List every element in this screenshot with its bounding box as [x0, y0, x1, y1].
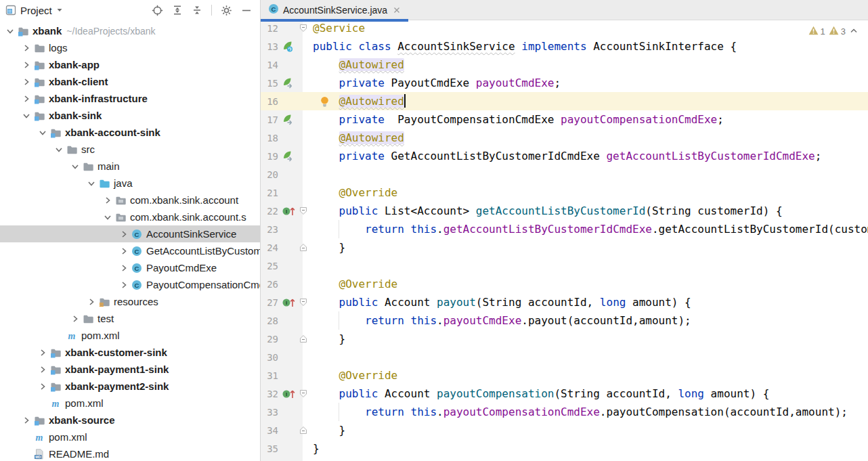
- code-line-31[interactable]: @Override: [313, 366, 868, 385]
- chevron-up-icon[interactable]: [849, 26, 859, 37]
- chevron-down-icon[interactable]: [51, 144, 66, 155]
- tree-row-xbank[interactable]: xbank~/IdeaProjects/xbank: [0, 22, 260, 39]
- chevron-right-icon[interactable]: [68, 313, 83, 324]
- code-lines[interactable]: @Servicepublic class AccountSinkService …: [313, 19, 868, 458]
- code-line-24[interactable]: }: [313, 238, 868, 257]
- spring-bean-icon[interactable]: [282, 41, 298, 52]
- chevron-down-icon[interactable]: [19, 110, 34, 121]
- fold-marker-icon[interactable]: [299, 24, 309, 32]
- code-line-29[interactable]: }: [313, 330, 868, 348]
- code-line-28[interactable]: return this.payoutCmdExe.payout(accountI…: [313, 311, 868, 330]
- chevron-right-icon[interactable]: [19, 60, 34, 70]
- chevron-down-icon[interactable]: [100, 212, 115, 223]
- tree-row-xbank-sink[interactable]: xbank-sink: [0, 107, 260, 124]
- chevron-down-icon[interactable]: [35, 127, 50, 138]
- inspection-warning[interactable]: 3: [829, 26, 846, 37]
- fold-marker-icon[interactable]: [299, 206, 309, 215]
- fold-marker-icon[interactable]: [299, 426, 309, 435]
- inspections-widget[interactable]: 13: [808, 26, 859, 37]
- tab-account-sink-service[interactable]: C AccountSinkService.java: [261, 0, 408, 20]
- tree-row-resources[interactable]: resources: [0, 293, 260, 310]
- code-area[interactable]: 1213141516171819202122I2324252627I282930…: [261, 19, 868, 461]
- chevron-right-icon[interactable]: [35, 364, 50, 375]
- chevron-right-icon[interactable]: [84, 297, 99, 307]
- code-line-18[interactable]: @Autowired: [313, 129, 868, 147]
- chevron-right-icon[interactable]: [35, 347, 50, 358]
- tree-row-xbank-payment2-sink[interactable]: xbank-payment2-sink: [0, 378, 260, 395]
- code-line-26[interactable]: @Override: [313, 275, 868, 293]
- tree-row-java[interactable]: java: [0, 175, 260, 192]
- code-line-25[interactable]: [313, 257, 868, 275]
- tree-row-pom-xml[interactable]: mpom.xml: [0, 395, 260, 412]
- fold-marker-icon[interactable]: [299, 334, 309, 343]
- tree-row-payoutcmdexe[interactable]: CPayoutCmdExe: [0, 259, 260, 276]
- spring-autowired-icon[interactable]: [282, 114, 298, 125]
- code-line-23[interactable]: return this.getAccountListByCustomerIdCm…: [313, 220, 868, 238]
- code-line-19[interactable]: private GetAccountListByCustomerIdCmdExe…: [313, 147, 868, 165]
- close-icon[interactable]: [393, 6, 401, 14]
- spring-autowired-icon[interactable]: [282, 77, 298, 89]
- caret-down-icon[interactable]: [56, 7, 63, 14]
- implementing-method-icon[interactable]: I: [282, 389, 298, 399]
- tree-row-pom-xml[interactable]: mpom.xml: [0, 327, 260, 344]
- code-line-21[interactable]: @Override: [313, 183, 868, 202]
- tree-row-pom-xml[interactable]: mpom.xml: [0, 429, 260, 445]
- chevron-down-icon[interactable]: [68, 161, 83, 172]
- tree-row-test[interactable]: test: [0, 310, 260, 327]
- code-line-12[interactable]: @Service: [313, 19, 868, 37]
- code-line-30[interactable]: [313, 348, 868, 366]
- code-line-35[interactable]: }: [313, 439, 868, 458]
- project-panel-title[interactable]: Project: [20, 5, 52, 16]
- code-line-13[interactable]: public class AccountSinkService implemen…: [313, 37, 868, 56]
- tree-row-xbank-source[interactable]: xbank-source: [0, 412, 260, 429]
- tree-row-xbank-customer-sink[interactable]: xbank-customer-sink: [0, 344, 260, 361]
- settings-icon[interactable]: [221, 5, 232, 16]
- project-tool-icon[interactable]: [5, 5, 16, 16]
- chevron-right-icon[interactable]: [116, 263, 131, 273]
- chevron-right-icon[interactable]: [19, 415, 34, 426]
- tree-row-com-xbank-sink-account-s[interactable]: com.xbank.sink.account.s: [0, 208, 260, 225]
- code-line-20[interactable]: [313, 165, 868, 183]
- intention-bulb-icon[interactable]: [320, 96, 330, 110]
- inspection-warning[interactable]: 1: [808, 26, 825, 37]
- tree-row-readme-md[interactable]: MDREADME.md: [0, 445, 260, 461]
- tree-row-payoutcompensationcmdexe[interactable]: CPayoutCompensationCmdExe: [0, 276, 260, 293]
- tree-row-main[interactable]: main: [0, 158, 260, 175]
- chevron-right-icon[interactable]: [100, 195, 115, 206]
- chevron-down-icon[interactable]: [3, 26, 18, 37]
- tree-row-getaccountlistbycustomeridcmdexe[interactable]: CGetAccountListByCustomerIdCmdExe: [0, 242, 260, 259]
- code-line-34[interactable]: }: [313, 421, 868, 439]
- chevron-right-icon[interactable]: [116, 229, 131, 240]
- tree-row-src[interactable]: src: [0, 141, 260, 158]
- chevron-right-icon[interactable]: [116, 246, 131, 257]
- code-line-14[interactable]: @Autowired: [313, 56, 868, 74]
- chevron-down-icon[interactable]: [84, 178, 99, 189]
- fold-marker-icon[interactable]: [299, 243, 309, 252]
- fold-marker-icon[interactable]: [299, 389, 309, 398]
- chevron-right-icon[interactable]: [35, 381, 50, 392]
- tree-row-xbank-account-sink[interactable]: xbank-account-sink: [0, 124, 260, 141]
- chevron-right-icon[interactable]: [19, 76, 34, 87]
- code-line-17[interactable]: private PayoutCompensationCmdExe payoutC…: [313, 110, 868, 129]
- code-line-16[interactable]: @Autowired: [313, 92, 868, 110]
- chevron-right-icon[interactable]: [116, 280, 131, 290]
- implementing-method-icon[interactable]: I: [282, 206, 298, 217]
- spring-autowired-icon[interactable]: [282, 150, 298, 162]
- hide-icon[interactable]: [241, 5, 252, 16]
- code-line-15[interactable]: private PayoutCmdExe payoutCmdExe;: [313, 74, 868, 92]
- chevron-right-icon[interactable]: [19, 43, 34, 53]
- code-line-22[interactable]: public List<Account> getAccountListByCus…: [313, 202, 868, 220]
- code-line-32[interactable]: public Account payoutCompensation(String…: [313, 385, 868, 403]
- tree-row-xbank-app[interactable]: xbank-app: [0, 56, 260, 73]
- tree-row-com-xbank-sink-account[interactable]: com.xbank.sink.account: [0, 192, 260, 208]
- tree-row-xbank-client[interactable]: xbank-client: [0, 73, 260, 90]
- collapse-all-icon[interactable]: [192, 5, 202, 16]
- code-line-27[interactable]: public Account payout(String accountId, …: [313, 293, 868, 311]
- fold-marker-icon[interactable]: [299, 298, 309, 307]
- tree-row-xbank-infrastructure[interactable]: xbank-infrastructure: [0, 90, 260, 107]
- tree-row-logs[interactable]: logs: [0, 39, 260, 56]
- implementing-method-icon[interactable]: I: [282, 297, 298, 308]
- code-line-33[interactable]: return this.payoutCompensationCmdExe.pay…: [313, 403, 868, 421]
- expand-all-icon[interactable]: [172, 5, 183, 16]
- tree-row-xbank-payment1-sink[interactable]: xbank-payment1-sink: [0, 361, 260, 378]
